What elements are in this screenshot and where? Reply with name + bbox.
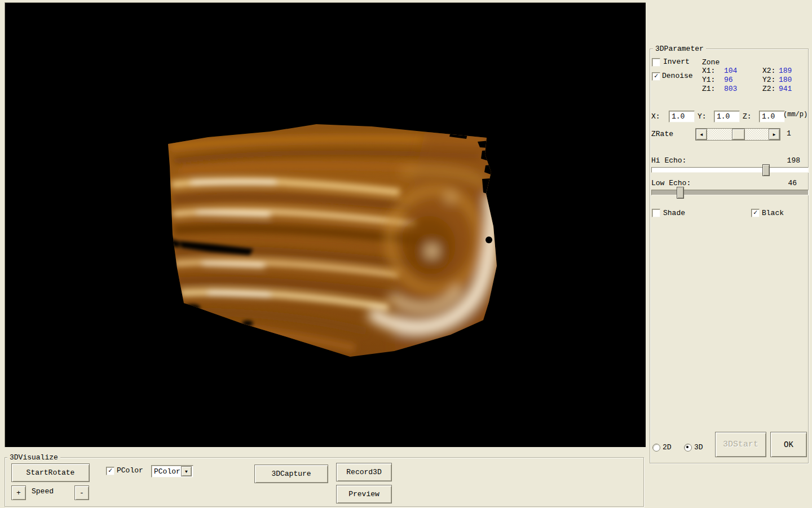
low-echo-slider-thumb[interactable]: [677, 187, 684, 199]
low-echo-slider-track[interactable]: [651, 190, 809, 195]
zrate-value: 1: [787, 129, 791, 138]
speed-label: Speed: [32, 487, 54, 496]
zone-z1-value: 803: [724, 85, 737, 93]
x-scale-label: X:: [651, 112, 660, 121]
mode-2d-radio[interactable]: [652, 444, 660, 452]
zone-z2-value: 941: [779, 85, 792, 93]
mode-3d-radio-label[interactable]: 3D: [694, 443, 703, 452]
mode-2d-radio-label[interactable]: 2D: [663, 443, 672, 452]
pcolor-dropdown-value: PColor: [154, 467, 180, 476]
zrate-label: ZRate: [651, 130, 673, 138]
hi-echo-slider-track[interactable]: [651, 167, 809, 173]
shade-checkbox[interactable]: [652, 209, 660, 217]
zone-y2-value: 180: [779, 76, 792, 84]
zone-x1-label: X1:: [702, 67, 715, 75]
black-checkbox[interactable]: ✓: [751, 209, 760, 217]
start-rotate-button[interactable]: StartRotate: [11, 463, 90, 482]
zone-x2-value: 189: [779, 67, 792, 75]
parameter-group-title: 3DParameter: [653, 45, 706, 53]
z-scale-label: Z:: [743, 112, 752, 121]
checkmark-icon: ✓: [753, 209, 757, 217]
scroll-right-icon: ►: [773, 132, 776, 137]
z-scale-input[interactable]: 1.0: [759, 111, 785, 122]
x-scale-input[interactable]: 1.0: [669, 111, 695, 122]
denoise-checkbox[interactable]: ✓: [652, 72, 660, 81]
low-echo-value: 46: [651, 179, 797, 187]
scroll-left-icon: ◄: [700, 132, 703, 137]
3dstart-button[interactable]: 3DStart: [715, 432, 766, 457]
record3d-button[interactable]: Record3D: [336, 463, 392, 481]
zone-y2-label: Y2:: [762, 76, 775, 84]
scale-unit-label: (mm/p): [783, 111, 807, 119]
chevron-down-icon: ▼: [185, 469, 188, 474]
zone-z2-label: Z2:: [762, 85, 775, 93]
pcolor-dropdown-button[interactable]: ▼: [181, 466, 192, 476]
zone-y1-value: 96: [724, 76, 733, 84]
invert-checkbox[interactable]: [652, 58, 660, 67]
zone-x2-label: X2:: [762, 67, 775, 75]
visualize-group-title: 3DVisualize: [7, 453, 60, 462]
checkmark-icon: ✓: [654, 72, 658, 80]
radio-dot-icon: [686, 446, 689, 448]
shade-checkbox-label[interactable]: Shade: [663, 209, 685, 217]
denoise-checkbox-label[interactable]: Denoise: [662, 72, 693, 80]
zone-y1-label: Y1:: [702, 76, 715, 84]
zone-label: Zone: [702, 58, 720, 67]
render-viewport[interactable]: [5, 2, 646, 447]
hi-echo-slider-thumb[interactable]: [762, 164, 770, 176]
y-scale-label: Y:: [698, 112, 707, 121]
zrate-scrollbar[interactable]: ◄ ►: [695, 128, 780, 141]
pcolor-checkbox-label[interactable]: PColor: [117, 466, 143, 475]
preview-button[interactable]: Preview: [336, 485, 392, 503]
speed-plus-button[interactable]: +: [11, 485, 26, 500]
black-checkbox-label[interactable]: Black: [762, 209, 784, 217]
ok-button[interactable]: OK: [770, 432, 807, 457]
zrate-scroll-right-button[interactable]: ►: [769, 129, 780, 140]
zrate-scroll-thumb[interactable]: [732, 129, 745, 140]
zrate-scroll-left-button[interactable]: ◄: [696, 129, 707, 140]
invert-checkbox-label[interactable]: Invert: [663, 58, 690, 66]
speed-minus-button[interactable]: -: [74, 485, 89, 500]
3dcapture-button[interactable]: 3DCapture: [254, 465, 328, 483]
pcolor-checkbox[interactable]: ✓: [106, 467, 114, 475]
checkmark-icon: ✓: [108, 467, 112, 475]
y-scale-input[interactable]: 1.0: [714, 111, 740, 122]
volume-render: [5, 3, 646, 447]
zone-x1-value: 104: [724, 67, 737, 75]
mode-3d-radio[interactable]: [684, 444, 692, 452]
hi-echo-value: 198: [651, 156, 800, 165]
zone-z1-label: Z1:: [702, 85, 715, 93]
